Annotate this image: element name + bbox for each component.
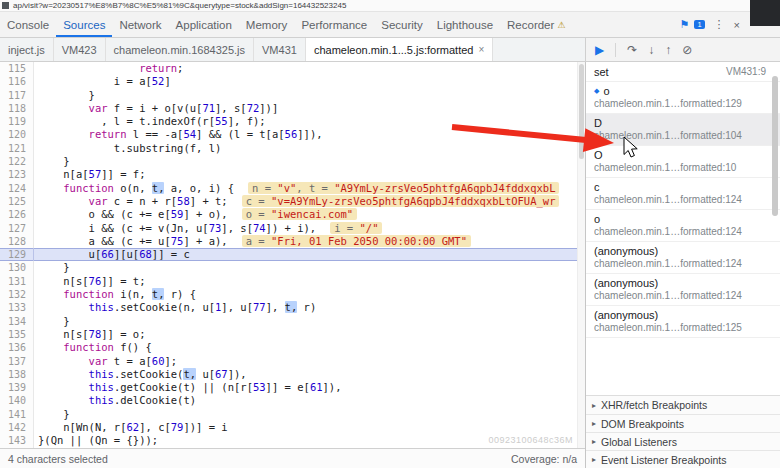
line-number[interactable]: 134 — [0, 315, 34, 328]
code-text[interactable]: this.delCookie(t) — [34, 394, 585, 407]
line-number[interactable]: 121 — [0, 142, 34, 155]
line-number[interactable]: 129 — [0, 248, 34, 261]
line-number[interactable]: 133 — [0, 301, 34, 314]
code-text[interactable]: i = a[52] — [34, 75, 585, 88]
file-tab-chameleon-min-1-5-js-formatted[interactable]: chameleon.min.1...5.js:formatted× — [306, 38, 493, 61]
toolbar-divider — [615, 43, 616, 57]
tab-performance[interactable]: Performance — [294, 12, 374, 37]
line-number[interactable]: 130 — [0, 261, 34, 274]
resume-script-icon[interactable]: ▶ — [595, 44, 604, 56]
code-text[interactable]: , l = t.indexOf(r[55], f); — [34, 115, 585, 128]
line-number[interactable]: 138 — [0, 368, 34, 381]
code-text[interactable]: function f() { — [34, 341, 585, 354]
deactivate-breakpoints-icon[interactable]: ⊘ — [682, 44, 692, 56]
section-global-listeners[interactable]: ▸Global Listeners — [586, 432, 780, 450]
call-stack-frame[interactable]: ◆ochameleon.min.1…formatted:129 — [586, 82, 780, 114]
tab-console[interactable]: Console — [0, 12, 56, 37]
line-number[interactable]: 139 — [0, 381, 34, 394]
line-number[interactable]: 122 — [0, 155, 34, 168]
file-tab-inject-js[interactable]: inject.js — [0, 38, 54, 61]
call-stack-frame[interactable]: ochameleon.min.1…formatted:124 — [586, 210, 780, 242]
line-number[interactable]: 140 — [0, 394, 34, 407]
code-text[interactable]: var t = a[60]; — [34, 355, 585, 368]
line-number[interactable]: 118 — [0, 102, 34, 115]
section-dom-breakpoints[interactable]: ▸DOM Breakpoints — [586, 414, 780, 432]
tab-recorder[interactable]: Recorder⚠ — [500, 12, 572, 37]
code-text[interactable]: var f = i + o[v(u[71], s[72])] — [34, 102, 585, 115]
line-number[interactable]: 137 — [0, 355, 34, 368]
editor-scrollbar[interactable] — [577, 62, 585, 448]
section-xhr-fetch-breakpoints[interactable]: ▸XHR/fetch Breakpoints — [586, 396, 780, 414]
line-number[interactable]: 119 — [0, 115, 34, 128]
line-number[interactable]: 136 — [0, 341, 34, 354]
file-tab-vm423[interactable]: VM423 — [54, 38, 106, 61]
line-number[interactable]: 135 — [0, 328, 34, 341]
sidebar-scrollbar-thumb[interactable] — [772, 76, 778, 216]
more-menu-icon[interactable]: ⋮ — [714, 18, 725, 31]
code-text[interactable]: this.setCookie(n, u[1], u[77], t, r) — [34, 301, 585, 314]
line-number[interactable]: 117 — [0, 89, 34, 102]
line-number[interactable]: 126 — [0, 208, 34, 221]
code-text[interactable]: n[Wn(N, r[62], c[79])] = i — [34, 421, 585, 434]
close-tab-icon[interactable]: × — [478, 44, 484, 55]
call-stack-frame[interactable]: cchameleon.min.1…formatted:124 — [586, 178, 780, 210]
line-number[interactable]: 124 — [0, 182, 34, 195]
line-number[interactable]: 116 — [0, 75, 34, 88]
line-number[interactable]: 131 — [0, 275, 34, 288]
code-text[interactable]: n[s[78]] = o; — [34, 328, 585, 341]
tab-sources[interactable]: Sources — [56, 12, 112, 37]
line-number[interactable]: 143 — [0, 434, 34, 447]
code-text[interactable]: n[s[76]] = t; — [34, 275, 585, 288]
line-number[interactable]: 141 — [0, 408, 34, 421]
line-number[interactable]: 120 — [0, 128, 34, 141]
code-text[interactable]: this.setCookie(t, u[67]), — [34, 368, 585, 381]
code-text[interactable]: } — [34, 155, 585, 168]
step-into-icon[interactable]: ↓ — [648, 44, 654, 56]
code-text[interactable]: i && (c += v(Jn, u[73], s[74]) + i),i = … — [34, 222, 585, 235]
line-number[interactable]: 123 — [0, 168, 34, 181]
code-text[interactable]: var c = n + r[58] + t;c = "v=A9YmLy-zrsV… — [34, 195, 585, 208]
section-event-listener-breakpoints[interactable]: ▸Event Listener Breakpoints — [586, 450, 780, 468]
step-over-icon[interactable]: ↷ — [627, 44, 637, 56]
line-number[interactable]: 128 — [0, 235, 34, 248]
code-text[interactable]: function o(n, t, a, o, i) {n = "v", t = … — [34, 182, 585, 195]
tab-memory[interactable]: Memory — [239, 12, 295, 37]
step-out-icon[interactable]: ↑ — [665, 44, 671, 56]
code-editor[interactable]: 115 return;116 i = a[52]117 }118 var f =… — [0, 62, 585, 448]
line-number[interactable]: 125 — [0, 195, 34, 208]
inline-value-hint: o = "iwencai.com" — [242, 208, 357, 220]
line-number[interactable]: 127 — [0, 222, 34, 235]
line-number[interactable]: 132 — [0, 288, 34, 301]
code-text[interactable]: } — [34, 261, 585, 274]
file-tab-chameleon-min-1684325-js[interactable]: chameleon.min.1684325.js — [106, 38, 254, 61]
code-text[interactable]: u[66][u[68]] = c — [34, 248, 585, 261]
flag-icon[interactable]: ⚑ — [680, 18, 690, 31]
code-line: 128 a && (c += u[75] + a),a = "Fri, 01 F… — [0, 235, 585, 248]
code-text[interactable]: return; — [34, 62, 585, 75]
code-text[interactable]: function i(n, t, r) { — [34, 288, 585, 301]
call-stack-frame[interactable]: (anonymous)chameleon.min.1…formatted:124 — [586, 274, 780, 306]
tab-application[interactable]: Application — [169, 12, 239, 37]
tab-security[interactable]: Security — [374, 12, 430, 37]
tab-network[interactable]: Network — [112, 12, 168, 37]
line-number[interactable]: 115 — [0, 62, 34, 75]
call-stack-frame[interactable]: setVM431:9 — [586, 62, 780, 82]
tab-lighthouse[interactable]: Lighthouse — [430, 12, 500, 37]
file-tab-vm431[interactable]: VM431 — [254, 38, 306, 61]
code-text[interactable]: o && (c += e[59] + o),o = "iwencai.com" — [34, 208, 585, 221]
code-text[interactable]: this.getCookie(t) || (n[r[53]] = e[61]), — [34, 381, 585, 394]
code-text[interactable]: } — [34, 408, 585, 421]
call-stack-frame[interactable]: (anonymous)chameleon.min.1…formatted:125 — [586, 306, 780, 338]
call-stack-frame[interactable]: Dchameleon.min.1…formatted:104 — [586, 114, 780, 146]
close-devtools-icon[interactable]: × — [734, 19, 740, 31]
code-text[interactable]: t.substring(f, l) — [34, 142, 585, 155]
code-text[interactable]: } — [34, 315, 585, 328]
code-text[interactable]: a && (c += u[75] + a),a = "Fri, 01 Feb 2… — [34, 235, 585, 248]
line-number[interactable]: 142 — [0, 421, 34, 434]
call-stack-frame[interactable]: Ochameleon.min.1…formatted:10 — [586, 146, 780, 178]
editor-scrollbar-thumb[interactable] — [579, 64, 584, 159]
code-text[interactable]: } — [34, 89, 585, 102]
code-text[interactable]: return l == -a[54] && (l = t[a[56]]), — [34, 128, 585, 141]
code-text[interactable]: n[a[57]] = f; — [34, 168, 585, 181]
call-stack-frame[interactable]: (anonymous)chameleon.min.1…formatted:124 — [586, 242, 780, 274]
